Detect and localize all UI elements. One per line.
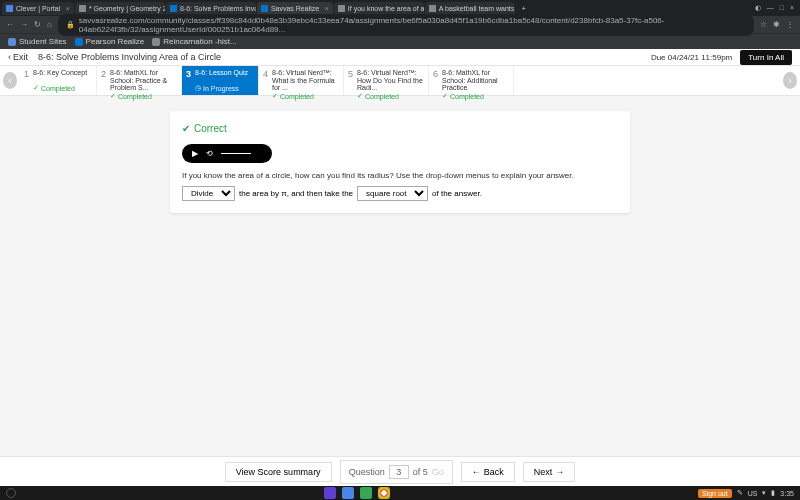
dropdown-1[interactable]: Divide	[182, 186, 235, 201]
step-number: 3	[186, 69, 191, 92]
step-next-button[interactable]: ›	[783, 72, 797, 89]
reload-icon[interactable]: ↻	[34, 20, 41, 29]
bookmark-reincarnation[interactable]: Reincarnation -hist...	[152, 37, 236, 46]
step-name: 8-6: MathXL for School: Additional Pract…	[442, 69, 509, 92]
view-score-button[interactable]: View Score summary	[225, 462, 332, 482]
clock[interactable]: 3:35	[780, 490, 794, 497]
clock-icon: ◷	[195, 84, 201, 92]
arrow-left-icon: ←	[472, 467, 481, 477]
due-date: Due 04/24/21 11:59pm	[651, 53, 732, 62]
close-icon[interactable]: ×	[65, 4, 70, 13]
pen-icon[interactable]: ✎	[737, 489, 743, 497]
browser-toolbar: ← → ↻ ⌂ 🔒 savvasrealize.com/community/cl…	[0, 16, 800, 33]
star-icon[interactable]: ☆	[760, 20, 767, 29]
tab-0[interactable]: Clever | Portal×	[2, 2, 74, 15]
back-label: Back	[484, 467, 504, 477]
step-navigation: ‹ 1 8-6: Key Concept✓Completed 2 8-6: Ma…	[0, 66, 800, 96]
tab-3[interactable]: Savvas Realize×	[257, 2, 333, 15]
close-window-icon[interactable]: ×	[790, 4, 794, 12]
new-tab-button[interactable]: +	[516, 5, 532, 12]
tab-favicon	[261, 5, 268, 12]
next-label: Next	[534, 467, 553, 477]
question-text: If you know the area of a circle, how ca…	[182, 171, 618, 180]
answer-row: Divide the area by π, and then take the …	[182, 186, 618, 201]
tab-favicon	[429, 5, 436, 12]
step-number: 5	[348, 69, 353, 92]
question-number-input[interactable]: 3	[389, 465, 409, 479]
step-4[interactable]: 4 8-6: Virtual Nerd™: What is the Formul…	[259, 66, 344, 95]
step-prev-button[interactable]: ‹	[3, 72, 17, 89]
step-5[interactable]: 5 8-6: Virtual Nerd™: How Do You Find th…	[344, 66, 429, 95]
correct-label: Correct	[194, 123, 227, 134]
bookmark-label: Student Sites	[19, 37, 67, 46]
app-icon-2[interactable]	[342, 487, 354, 499]
question-label: Question	[349, 467, 385, 477]
step-3-current[interactable]: 3 8-6: Lesson Quiz◷In Progress	[182, 66, 259, 95]
next-button[interactable]: Next→	[523, 462, 576, 482]
audio-progress[interactable]	[221, 153, 251, 154]
tab-title: Savvas Realize	[271, 5, 319, 12]
tab-title: Clever | Portal	[16, 5, 60, 12]
launcher-icon[interactable]	[6, 488, 16, 498]
turn-in-button[interactable]: Turn In All	[740, 50, 792, 65]
maximize-icon[interactable]: □	[780, 4, 784, 12]
wifi-icon[interactable]: ▾	[762, 489, 766, 497]
answer-text-2: of the answer.	[432, 189, 482, 198]
lesson-header: ‹Exit 8-6: Solve Problems Involving Area…	[0, 49, 800, 66]
check-icon: ✓	[33, 84, 39, 92]
tab-favicon	[79, 5, 86, 12]
step-name: 8-6: MathXL for School: Practice & Probl…	[110, 69, 177, 92]
tab-1[interactable]: * Geometry | Geometry 222-22h×	[75, 2, 165, 15]
system-tray: Sign out ✎ US ▾ ▮ 3:35	[698, 489, 794, 498]
back-icon[interactable]: ←	[6, 20, 14, 29]
forward-icon[interactable]: →	[20, 20, 28, 29]
go-button[interactable]: Go	[432, 467, 444, 477]
account-icon[interactable]: ◐	[755, 4, 761, 12]
battery-icon[interactable]: ▮	[771, 489, 775, 497]
app-icon-1[interactable]	[324, 487, 336, 499]
question-card: ✔Correct ▶ ⟲ If you know the area of a c…	[170, 111, 630, 213]
tab-4[interactable]: If you know the area of a circle,×	[334, 2, 424, 15]
menu-icon[interactable]: ⋮	[786, 20, 794, 29]
app-icon-3[interactable]	[360, 487, 372, 499]
replay-icon[interactable]: ⟲	[206, 149, 213, 158]
step-2[interactable]: 2 8-6: MathXL for School: Practice & Pro…	[97, 66, 182, 95]
minimize-icon[interactable]: —	[767, 4, 774, 12]
question-selector: Question 3 of 5 Go	[340, 460, 453, 484]
exit-label: Exit	[13, 52, 28, 62]
tab-favicon	[6, 5, 13, 12]
bookmark-label: Reincarnation -hist...	[163, 37, 236, 46]
signout-button[interactable]: Sign out	[698, 489, 732, 498]
step-status: ✓Completed	[357, 92, 424, 100]
footer-nav: View Score summary Question 3 of 5 Go ←B…	[0, 456, 800, 486]
bookmark-student-sites[interactable]: Student Sites	[8, 37, 67, 46]
extensions: ☆ ✱ ⋮	[760, 20, 794, 29]
question-total: of 5	[413, 467, 428, 477]
check-icon: ✓	[442, 92, 448, 100]
tab-2[interactable]: 8-6: Solve Problems Involving A×	[166, 2, 256, 15]
bookmark-pearson[interactable]: Pearson Realize	[75, 37, 145, 46]
arrow-right-icon: →	[555, 467, 564, 477]
network-label[interactable]: US	[748, 490, 758, 497]
chrome-icon[interactable]	[378, 487, 390, 499]
step-name: 8-6: Key Concept	[33, 69, 87, 77]
lock-icon: 🔒	[66, 21, 75, 29]
lesson-title: 8-6: Solve Problems Involving Area of a …	[38, 52, 221, 62]
play-icon[interactable]: ▶	[192, 149, 198, 158]
home-icon[interactable]: ⌂	[47, 20, 52, 29]
back-button[interactable]: ←Back	[461, 462, 515, 482]
address-bar[interactable]: 🔒 savvasrealize.com/community/classes/ff…	[58, 14, 754, 36]
close-icon[interactable]: ×	[324, 4, 329, 13]
step-number: 2	[101, 69, 106, 92]
check-icon: ✓	[272, 92, 278, 100]
extensions-icon[interactable]: ✱	[773, 20, 780, 29]
window-controls: ◐ — □ ×	[755, 4, 798, 12]
step-6[interactable]: 6 8-6: MathXL for School: Additional Pra…	[429, 66, 514, 95]
step-name: 8-6: Lesson Quiz	[195, 69, 248, 77]
step-1[interactable]: 1 8-6: Key Concept✓Completed	[20, 66, 97, 95]
audio-player[interactable]: ▶ ⟲	[182, 144, 272, 163]
correct-indicator: ✔Correct	[182, 123, 618, 134]
exit-button[interactable]: ‹Exit	[8, 52, 28, 62]
tab-5[interactable]: A basketball team wants to pain×	[425, 2, 515, 15]
dropdown-2[interactable]: square root	[357, 186, 428, 201]
